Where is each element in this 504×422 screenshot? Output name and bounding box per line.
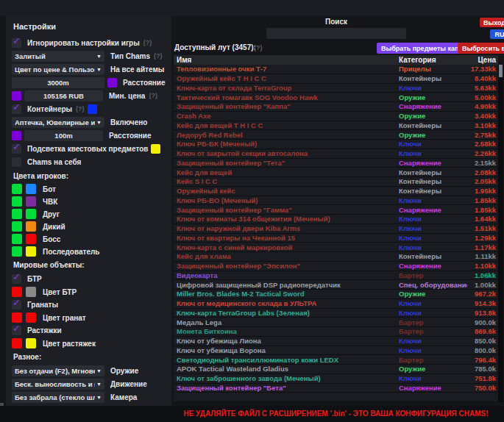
column-header-price[interactable]: Цена <box>467 56 498 64</box>
loot-table-row[interactable]: Ключ-карта TerraGroup Labs (Зеленая)Ключ… <box>174 309 498 318</box>
checkbox[interactable]: ✓ <box>12 144 21 154</box>
help-icon[interactable]: (?) <box>143 39 152 46</box>
loot-table-row[interactable]: Кейс для вещейКонтейнеры2.08kk <box>174 168 498 177</box>
dropdown[interactable]: Без забрала (стекло шлема)▼ <box>12 392 104 403</box>
select-kappa-items-button[interactable]: Выбрать предметы каппа <box>377 43 471 54</box>
loot-scrollbar-thumb[interactable] <box>499 65 503 77</box>
loot-table-row[interactable]: Защищенный контейнер "Тета"Снаряжение2.1… <box>174 159 498 168</box>
color-swatch[interactable] <box>12 196 22 207</box>
color-swatch[interactable] <box>12 131 21 140</box>
loot-item-category: Оружие <box>399 131 467 139</box>
loot-table-row[interactable]: Ключ от комнаты 314 общежития (Меченый)К… <box>174 215 498 224</box>
checkbox[interactable] <box>12 157 21 167</box>
color-swatch[interactable] <box>12 91 21 101</box>
column-header-name[interactable]: Имя <box>174 56 399 64</box>
loot-table-row[interactable] <box>174 393 498 402</box>
loot-table-row[interactable]: Ключ от убежища ВоронаКлючи800.0k <box>174 346 498 356</box>
loot-table-row[interactable]: Монета БиткоинаБартер869.6k <box>174 327 498 337</box>
loot-table-row[interactable]: Защищенный контейнер "Бета"Снаряжение750… <box>174 384 498 393</box>
color-swatch[interactable] <box>12 184 22 194</box>
color-swatch[interactable] <box>12 234 22 244</box>
dropdown[interactable]: Залитый▼ <box>12 51 104 62</box>
color-swatch[interactable] <box>107 78 117 87</box>
color-swatch[interactable] <box>26 196 36 207</box>
color-swatch[interactable] <box>12 338 22 348</box>
color-swatch[interactable] <box>88 104 97 114</box>
checkbox[interactable]: ✓ <box>12 300 21 310</box>
titlebar[interactable] <box>0 0 504 16</box>
loot-table-row[interactable]: Кейс для хламаКонтейнеры1.11kk <box>174 252 498 262</box>
loot-table-row[interactable]: Ключ РБ-БК (Меченый)Ключи2.58kk <box>174 140 498 149</box>
loot-title: Доступный лут (3457): <box>174 43 256 51</box>
checkbox[interactable]: ✓ <box>12 326 21 335</box>
value-input[interactable]: 105156 RUB <box>24 90 103 101</box>
color-swatch[interactable] <box>12 221 22 232</box>
loot-help-icon[interactable]: (?) <box>254 44 263 51</box>
value-input[interactable]: 100m <box>24 130 103 141</box>
loot-scrollbar[interactable] <box>498 65 503 402</box>
loot-table-row[interactable]: Цифровой защищенный DSP радиопередатчикС… <box>174 280 498 290</box>
loot-table-row[interactable]: Защищенный контейнер "Каппа"Снаряжение4.… <box>174 102 498 112</box>
dropdown[interactable]: Без отдачи (F2), Мгновенное п▼ <box>12 365 104 376</box>
drop-all-button[interactable]: Выбросить все <box>458 43 504 54</box>
color-swatch[interactable] <box>26 287 36 297</box>
color-swatch[interactable] <box>12 312 22 323</box>
loot-table-row[interactable]: Защищенный контейнер "Эпсилон"Снаряжение… <box>174 262 498 271</box>
loot-table-row[interactable]: Медаль LegaБартер900.0k <box>174 318 498 327</box>
color-swatch[interactable] <box>26 184 36 194</box>
loot-table-row[interactable]: Тактический томагавк SOG Voodoo HawkОруж… <box>174 93 498 102</box>
help-icon[interactable]: (?) <box>149 92 157 99</box>
loot-table-row[interactable]: Crash AxeОружие3.40kk <box>174 112 498 121</box>
loot-item-price: 850.0k <box>467 337 498 345</box>
exit-button[interactable]: Выход <box>480 18 504 27</box>
loot-table-row[interactable]: Ключ РБ-ВО (Меченый)Ключи1.85kk <box>174 196 498 206</box>
dropdown[interactable]: Цвет по цене & Пользователь▼ <box>12 64 104 75</box>
loot-table-row[interactable]: ВидеокартаБартер1.06kk <box>174 271 498 281</box>
loot-table-row[interactable]: Miller Bros. Blades M-2 Tactical SwordОр… <box>174 290 498 299</box>
color-swatch[interactable] <box>26 234 36 244</box>
loot-table-row[interactable]: Ключ от закрытой секции автосалонаКлючи2… <box>174 149 498 159</box>
column-header-category[interactable]: Категория <box>399 56 467 64</box>
color-swatch[interactable] <box>26 312 36 323</box>
checkbox[interactable]: ✓ <box>12 38 21 48</box>
loot-table-row[interactable]: Тепловизионные очки Т-7Прицелы17.33kk <box>174 65 498 74</box>
loot-table-row[interactable]: Светодиодный трансиллюминатор кожи LEDXБ… <box>174 355 498 365</box>
color-swatch[interactable] <box>12 287 22 297</box>
loot-table-row[interactable]: Ключ от квартиры на Чеканной 15Ключи1.29… <box>174 234 498 243</box>
color-swatch[interactable] <box>12 209 22 219</box>
loot-table-row[interactable]: Оружейный кейс T H I C CКонтейнеры8.40kk <box>174 74 498 84</box>
settings-row: ✓Гранаты <box>12 298 166 310</box>
loot-table-row[interactable]: Ледоруб Red RebelОружие2.75kk <box>174 130 498 140</box>
loot-table-row[interactable]: Защищенный контейнер "Гамма"Снаряжение1.… <box>174 205 498 215</box>
color-swatch[interactable] <box>26 221 36 232</box>
checkbox[interactable]: ✓ <box>12 274 21 284</box>
loot-table-row[interactable]: Оружейный кейсКонтейнеры1.95kk <box>174 187 498 196</box>
loot-table-row[interactable]: Ключ-карта с синей маркировкойКлючи1.17k… <box>174 243 498 252</box>
language-button[interactable]: RU <box>490 29 504 39</box>
loot-item-price: 2.26kk <box>467 149 498 157</box>
color-swatch[interactable] <box>26 246 36 257</box>
loot-table-row[interactable]: Кейс S I C CКонтейнеры2.05kk <box>174 177 498 187</box>
checkbox[interactable]: ✓ <box>12 104 21 114</box>
settings-row: Chams на себя <box>12 156 166 168</box>
color-swatch[interactable] <box>26 338 36 348</box>
color-pair-label: Цвет БТР <box>43 288 77 296</box>
loot-item-name: Медаль Lega <box>174 318 399 326</box>
value-input[interactable]: 3000m <box>12 77 104 88</box>
color-swatch[interactable] <box>26 209 36 219</box>
loot-table-row[interactable]: Ключ от заброшенного завода (Меченый)Клю… <box>174 374 498 384</box>
loot-table-row[interactable]: APOK Tactical Wasteland GladiusОружие785… <box>174 365 498 374</box>
color-swatch[interactable] <box>151 144 160 154</box>
loot-table-row[interactable]: Ключ от медицинского склада в УЛЬТРАКлюч… <box>174 299 498 309</box>
dropdown[interactable]: Аптечка, Ювелирные и...▼ <box>12 117 104 128</box>
dropdown[interactable]: Беск. выносливость и нет уста▼ <box>12 379 104 390</box>
loot-table-row[interactable]: Ключ-карта от склада TerraGroupКлючи5.63… <box>174 84 498 93</box>
help-icon[interactable]: (?) <box>76 105 85 112</box>
loot-item-price: 2.05kk <box>467 177 498 185</box>
help-icon[interactable]: (?) <box>154 52 163 60</box>
color-swatch[interactable] <box>12 246 22 257</box>
loot-table-row[interactable]: Ключ от наружной двери Kiba ArmsКлючи1.5… <box>174 224 498 234</box>
search-input[interactable] <box>266 28 406 39</box>
loot-table-row[interactable]: Кейс для вещей T H I C CКонтейнеры3.10kk <box>174 121 498 131</box>
loot-table-row[interactable]: Ключ от убежища ЛионаКлючи850.0k <box>174 337 498 346</box>
